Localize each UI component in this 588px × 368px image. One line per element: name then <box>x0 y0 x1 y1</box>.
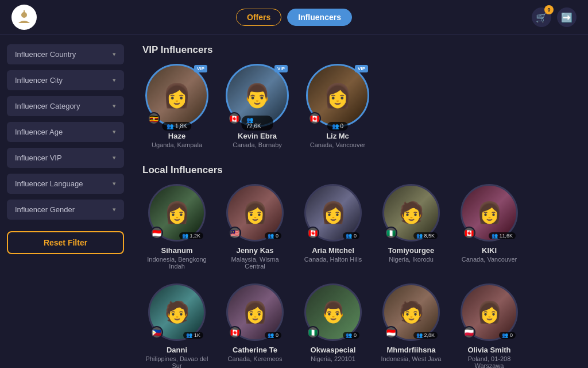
flag-badge: 🇺🇬 <box>148 112 160 125</box>
influencer-name: Okwaspecial <box>311 346 356 354</box>
flag-badge: 🇮🇩 <box>385 326 397 339</box>
flag-badge: 🇨🇦 <box>308 112 321 125</box>
followers-badge: 👥 0 <box>343 232 359 239</box>
local-row-1: 👩 🇮🇩 👥 1,2K Sihanum Indonesia, Bengkong … <box>142 184 577 270</box>
avatar-wrap: 👨 VIP 🇨🇦 👥 72,6K <box>226 64 289 127</box>
chevron-down-icon: ▾ <box>113 180 116 187</box>
influencer-card-kiki[interactable]: 👩 🇨🇦 👥 11,6K KIKI Canada, Vancouver <box>455 184 524 270</box>
influencer-name: Haze <box>168 132 185 140</box>
influencer-name: Kevin Ebra <box>238 132 277 140</box>
vip-row: 👩 VIP 🇺🇬 👥 1,8K Haze Uganda, Kampala 👨 <box>142 64 577 148</box>
followers-badge: 👥 0 <box>343 332 359 339</box>
chevron-down-icon: ▾ <box>113 154 116 162</box>
influencer-name: Catherine Te <box>233 346 277 354</box>
followers-badge: 👥 0 <box>327 122 348 131</box>
offers-nav-button[interactable]: Offers <box>236 9 281 26</box>
flag-badge: 🇲🇾 <box>229 227 241 239</box>
followers-badge: 👥 2,8K <box>413 332 438 339</box>
influencer-location: Nigeria, 220101 <box>311 355 355 362</box>
profile-button[interactable]: ➡️ <box>557 7 577 27</box>
content-area: VIP Influencers 👩 VIP 🇺🇬 👥 1,8K Haze Uga… <box>131 35 588 368</box>
vip-badge: VIP <box>355 65 368 72</box>
vip-badge: VIP <box>274 65 288 72</box>
logo[interactable] <box>11 5 37 30</box>
chevron-down-icon: ▾ <box>113 76 116 84</box>
avatar-wrap: 👩 🇵🇱 👥 0 <box>461 283 518 341</box>
influencer-card-tomiyourgee[interactable]: 🧑 🇳🇬 👥 8,5K Tomiyourgee Nigeria, Ikorodu <box>377 184 446 270</box>
avatar-wrap: 👩 🇨🇦 👥 0 <box>304 184 362 241</box>
vip-section: VIP Influencers 👩 VIP 🇺🇬 👥 1,8K Haze Uga… <box>142 44 577 148</box>
sidebar: Influencer Country ▾ Influencer City ▾ I… <box>0 35 131 368</box>
followers-badge: 👥 0 <box>499 332 516 339</box>
flag-badge: 🇮🇩 <box>150 227 163 239</box>
followers-badge: 👥 0 <box>265 332 281 339</box>
flag-badge: 🇨🇦 <box>229 326 241 339</box>
cart-button[interactable]: 🛒 0 <box>532 7 551 27</box>
influencer-location: Indonesia, West Java <box>381 355 442 362</box>
avatar-wrap: 👩 🇨🇦 👥 11,6K <box>461 184 518 241</box>
influencer-card-okwaspecial[interactable]: 👨 🇳🇬 👥 0 Okwaspecial Nigeria, 220101 <box>299 283 368 368</box>
avatar-wrap: 🧑 🇮🇩 👥 2,8K <box>382 283 440 341</box>
reset-filter-button[interactable]: Reset Filter <box>7 231 124 254</box>
avatar-wrap: 👩 🇲🇾 👥 0 <box>226 184 284 241</box>
header-icons: 🛒 0 ➡️ <box>532 7 577 27</box>
followers-badge: 👥 1,8K <box>162 122 191 131</box>
influencer-location: Nigeria, Ikorodu <box>389 256 434 263</box>
followers-badge: 👥 0 <box>265 232 281 239</box>
influencer-card-jenny-kas[interactable]: 👩 🇲🇾 👥 0 Jenny Kas Malaysia, Wisma Centr… <box>220 184 289 270</box>
cart-badge: 0 <box>544 5 554 14</box>
filter-category[interactable]: Influencer Category ▾ <box>7 96 124 116</box>
followers-badge: 👥 8,5K <box>413 232 438 239</box>
avatar-wrap: 🧑 🇵🇭 👥 1K <box>148 283 206 341</box>
influencer-location: Canada, Vancouver <box>310 141 365 148</box>
influencer-card-danni[interactable]: 🧑 🇵🇭 👥 1K Danni Philippines, Davao del S… <box>142 283 211 368</box>
flag-badge: 🇵🇱 <box>463 326 475 339</box>
local-row-2: 🧑 🇵🇭 👥 1K Danni Philippines, Davao del S… <box>142 283 577 368</box>
filter-age[interactable]: Influencer Age ▾ <box>7 122 124 142</box>
avatar-wrap: 👩 🇨🇦 👥 0 <box>226 283 284 341</box>
followers-badge: 👥 11,6K <box>489 232 516 239</box>
influencer-location: Poland, 01-208 Warszawa <box>455 355 524 368</box>
flag-badge: 🇳🇬 <box>385 227 397 239</box>
influencers-nav-button[interactable]: Influencers <box>287 9 352 26</box>
followers-badge: 👥 72,6K <box>242 116 273 131</box>
filter-country[interactable]: Influencer Country ▾ <box>7 44 124 64</box>
influencer-card-liz-mc[interactable]: 👩 VIP 🇨🇦 👥 0 Liz Mc Canada, Vancouver <box>303 64 372 148</box>
influencer-card-aria-mitchel[interactable]: 👩 🇨🇦 👥 0 Aria Mitchel Canada, Halton Hil… <box>299 184 368 270</box>
influencer-card-sihanum[interactable]: 👩 🇮🇩 👥 1,2K Sihanum Indonesia, Bengkong … <box>142 184 211 270</box>
flag-badge: 🇨🇦 <box>307 227 319 239</box>
influencer-card-haze[interactable]: 👩 VIP 🇺🇬 👥 1,8K Haze Uganda, Kampala <box>142 64 211 148</box>
influencer-location: Canada, Halton Hills <box>304 256 362 263</box>
filter-vip[interactable]: Influencer VIP ▾ <box>7 148 124 168</box>
vip-section-title: VIP Influencers <box>142 44 577 56</box>
influencer-name: Olivia Smith <box>467 346 510 354</box>
flag-badge: 🇳🇬 <box>307 326 319 339</box>
flag-badge: 🇵🇭 <box>150 326 163 339</box>
influencer-card-kevin-ebra[interactable]: 👨 VIP 🇨🇦 👥 72,6K Kevin Ebra Canada, Burn… <box>223 64 292 148</box>
influencer-location: Canada, Keremeos <box>228 355 283 362</box>
filter-city[interactable]: Influencer City ▾ <box>7 70 124 90</box>
avatar-wrap: 👩 🇮🇩 👥 1,2K <box>148 184 206 241</box>
local-section-title: Local Influencers <box>142 164 577 176</box>
flag-badge: 🇨🇦 <box>228 112 241 125</box>
influencer-name: Liz Mc <box>326 132 349 140</box>
influencer-name: Mhmdrfiihsna <box>386 346 435 354</box>
influencer-location: Canada, Burnaby <box>233 141 282 148</box>
followers-badge: 👥 1K <box>183 332 203 339</box>
chevron-down-icon: ▾ <box>113 51 116 58</box>
followers-badge: 👥 1,2K <box>179 232 203 239</box>
filter-gender[interactable]: Influencer Gender ▾ <box>7 200 124 220</box>
influencer-location: Canada, Vancouver <box>462 256 517 263</box>
influencer-name: Aria Mitchel <box>312 246 354 255</box>
influencer-name: KIKI <box>482 246 497 255</box>
influencer-location: Malaysia, Wisma Central <box>220 256 289 270</box>
avatar-wrap: 👩 VIP 🇺🇬 👥 1,8K <box>145 64 208 127</box>
influencer-card-mhmdrfiihsna[interactable]: 🧑 🇮🇩 👥 2,8K Mhmdrfiihsna Indonesia, West… <box>377 283 446 368</box>
influencer-location: Indonesia, Bengkong Indah <box>142 256 211 270</box>
influencer-name: Tomiyourgee <box>388 246 435 255</box>
filter-language[interactable]: Influencer Language ▾ <box>7 174 124 194</box>
flag-badge: 🇨🇦 <box>463 227 475 239</box>
influencer-card-catherine-te[interactable]: 👩 🇨🇦 👥 0 Catherine Te Canada, Keremeos <box>220 283 289 368</box>
influencer-location: Philippines, Davao del Sur <box>142 355 211 368</box>
influencer-card-olivia-smith[interactable]: 👩 🇵🇱 👥 0 Olivia Smith Poland, 01-208 War… <box>455 283 524 368</box>
